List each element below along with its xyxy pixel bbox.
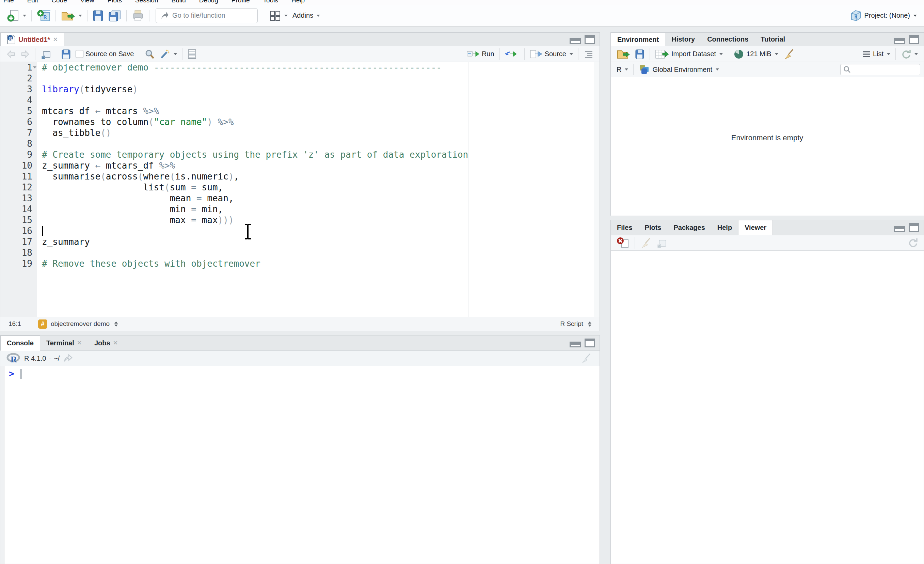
menu-tools[interactable]: Tools [263,0,291,5]
console-tab-console[interactable]: Console [0,335,40,351]
import-dataset-button[interactable]: Import Dataset [652,47,725,61]
console-tab-jobs[interactable]: Jobs✕ [88,335,124,350]
editor-scrollbar[interactable] [594,62,600,317]
save-workspace-icon[interactable] [633,48,647,61]
menu-debug[interactable]: Debug [199,0,231,5]
editor-line-3[interactable]: 3library(tidyverse) [0,84,600,95]
working-directory-label[interactable]: ~/ [54,355,60,362]
editor-line-13[interactable]: 13 mean = mean, [0,193,600,204]
language-selector[interactable]: R [614,65,630,75]
memory-usage-button[interactable]: 121 MiB [731,47,780,61]
files-tab-packages[interactable]: Packages [667,220,711,235]
goto-file-function-input[interactable] [172,12,247,20]
maximize-files-icon[interactable] [909,223,919,232]
env-tab-environment[interactable]: Environment [611,33,665,46]
minimize-source-icon[interactable] [570,38,581,44]
viewer-popout-icon[interactable] [654,237,669,249]
editor-line-2[interactable]: 2 [0,73,600,84]
editor-line-18[interactable]: 18 [0,247,600,258]
clear-console-broom-icon[interactable] [580,352,591,364]
environment-scope-selector[interactable]: Global Environment [636,63,722,76]
tab-close-icon[interactable]: ✕ [53,36,58,43]
minimize-files-icon[interactable] [894,226,905,232]
clear-objects-broom-icon[interactable] [781,47,797,62]
editor-line-12[interactable]: 12 list(sum = sum, [0,182,600,193]
open-directory-icon[interactable] [63,354,73,363]
menu-profile[interactable]: Profile [231,0,263,5]
menu-build[interactable]: Build [172,0,199,5]
environment-search-box[interactable] [840,64,920,75]
pane-layout-button[interactable] [267,9,290,23]
section-selector[interactable]: objectremover demo [51,320,118,328]
editor-line-15[interactable]: 15 max = max))) [0,215,600,226]
new-file-button[interactable] [5,8,28,24]
editor-line-19[interactable]: 19# Remove these objects with objectremo… [0,258,600,269]
find-replace-icon[interactable] [142,48,157,61]
save-source-icon[interactable] [59,48,73,61]
env-tab-connections[interactable]: Connections [701,33,754,46]
run-button[interactable]: Run [464,49,497,60]
nav-back-icon[interactable] [4,48,18,60]
maximize-source-icon[interactable] [585,35,595,44]
minimize-environment-icon[interactable] [894,38,905,44]
new-project-button[interactable]: R [34,8,53,24]
tab-close-icon[interactable]: ✕ [113,339,118,347]
code-editor[interactable]: 1# objectremover demo ------------------… [0,62,600,317]
env-tab-history[interactable]: History [665,33,701,46]
fold-arrow-icon[interactable] [32,62,37,73]
files-tab-viewer[interactable]: Viewer [738,220,773,235]
tab-untitled1[interactable]: R Untitled1* ✕ [0,33,64,46]
load-workspace-icon[interactable] [614,47,633,61]
editor-line-16[interactable]: 16 [0,226,600,236]
checkbox-icon[interactable] [76,50,83,58]
console-content[interactable]: > [0,366,600,564]
menu-edit[interactable]: Edit [27,0,52,5]
editor-line-6[interactable]: 6 rownames_to_column("car_name") %>% [0,116,600,127]
editor-line-5[interactable]: 5mtcars_df ← mtcars %>% [0,105,600,116]
menu-help[interactable]: Help [291,0,318,5]
clean-viewer-broom-icon[interactable] [638,235,654,250]
console-tab-terminal[interactable]: Terminal✕ [40,335,88,350]
rerun-button[interactable] [502,49,522,60]
maximize-environment-icon[interactable] [909,35,919,44]
editor-line-17[interactable]: 17z_summary [0,236,600,247]
project-menu-button[interactable]: R Project: (None) [846,8,920,24]
files-tab-plots[interactable]: Plots [639,220,668,235]
editor-line-1[interactable]: 1# objectremover demo ------------------… [0,62,600,73]
file-type-selector[interactable]: R Script [560,320,591,328]
environment-search-input[interactable] [853,66,914,73]
editor-line-11[interactable]: 11 summarise(across(where(is.numeric), [0,171,600,182]
compile-report-icon[interactable] [185,48,199,61]
minimize-console-icon[interactable] [570,341,581,347]
display-mode-button[interactable]: List [860,49,892,59]
save-all-button[interactable] [106,8,124,23]
tab-close-icon[interactable]: ✕ [77,339,82,347]
print-button[interactable] [129,8,146,23]
menu-session[interactable]: Session [135,0,172,5]
editor-line-10[interactable]: 10z_summary ← mtcars_df %>% [0,160,600,171]
goto-file-function-box[interactable] [156,8,258,23]
files-tab-help[interactable]: Help [711,220,738,235]
editor-line-7[interactable]: 7 as_tibble() [0,127,600,138]
editor-line-14[interactable]: 14 min = min, [0,204,600,215]
popout-window-icon[interactable] [38,48,53,60]
files-tab-files[interactable]: Files [611,220,639,235]
document-outline-icon[interactable] [581,49,596,60]
env-tab-tutorial[interactable]: Tutorial [754,33,791,46]
refresh-environment-button[interactable] [898,48,920,61]
maximize-console-icon[interactable] [585,338,595,347]
menu-view[interactable]: View [80,0,108,5]
menu-code[interactable]: Code [51,0,80,5]
code-tools-wand-icon[interactable] [157,48,179,61]
editor-line-9[interactable]: 9# Create some temporary objects using t… [0,149,600,160]
addins-button[interactable]: Addins [290,10,322,21]
refresh-viewer-icon[interactable] [905,236,920,249]
menu-file[interactable]: File [3,0,27,5]
clear-viewer-button[interactable] [614,236,632,250]
nav-forward-icon[interactable] [18,48,32,60]
editor-line-4[interactable]: 4 [0,95,600,105]
editor-line-8[interactable]: 8 [0,138,600,149]
source-on-save-checkbox[interactable]: Source on Save [73,49,136,59]
menu-plots[interactable]: Plots [108,0,135,5]
open-file-button[interactable] [58,8,84,23]
